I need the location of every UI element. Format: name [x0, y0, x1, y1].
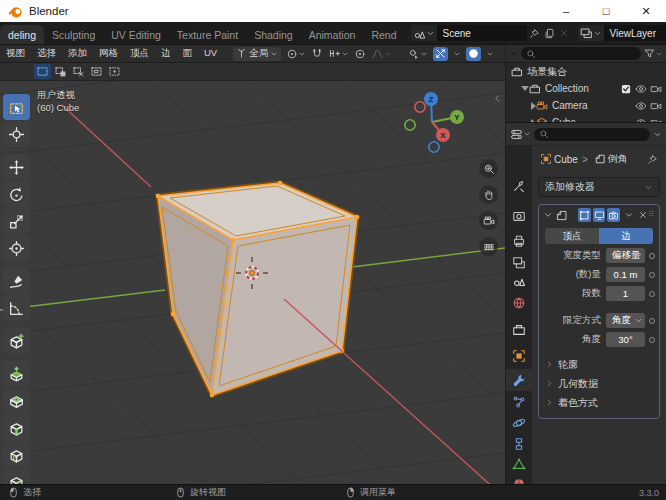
animate-decorator[interactable] [649, 337, 655, 343]
outliner-row-Cube[interactable]: Cube [506, 114, 666, 122]
properties-tab-constraints[interactable] [506, 433, 532, 455]
tool-loop-cut[interactable] [3, 442, 30, 468]
dropdown-限定方式[interactable]: 角度 [606, 313, 645, 328]
workspace-tab-shading[interactable]: Shading [246, 25, 301, 44]
workspace-tab-sculpting[interactable]: Sculpting [44, 25, 103, 44]
orientation-dropdown[interactable]: 全局 [233, 47, 281, 61]
snap-target-dropdown[interactable] [328, 47, 349, 60]
modifier-render-toggle[interactable] [607, 208, 620, 222]
cube-mesh[interactable] [156, 181, 360, 398]
tool-bevel[interactable] [3, 415, 30, 441]
tool-inset-faces[interactable] [3, 388, 30, 414]
number-(数)量[interactable]: 0.1 m [606, 267, 645, 282]
properties-tab-output[interactable] [506, 230, 532, 252]
scene-new-button[interactable] [542, 25, 557, 41]
scene-type-button[interactable] [411, 25, 437, 41]
tool-measure[interactable] [3, 295, 30, 321]
properties-tab-particles[interactable] [506, 391, 532, 413]
filter-funnel-icon[interactable] [644, 48, 655, 59]
breadcrumb-modifier[interactable]: 倒角 [608, 152, 628, 166]
properties-tab-physics[interactable] [506, 412, 532, 434]
number-段数[interactable]: 1 [606, 286, 645, 301]
section-几何数据[interactable]: 几何数据 [539, 374, 659, 393]
chevron-down-icon[interactable] [624, 210, 634, 220]
chevron-down-icon[interactable] [653, 130, 662, 139]
animate-decorator[interactable] [649, 272, 655, 278]
shading-chevron[interactable] [486, 50, 494, 58]
properties-tab-scene[interactable] [506, 270, 532, 292]
scene-unlink-button[interactable] [557, 25, 572, 41]
menu-网格[interactable]: 网格 [93, 47, 124, 60]
chevron-down-icon[interactable] [655, 50, 663, 58]
camera-view-button[interactable] [479, 211, 498, 230]
gizmos-toggle[interactable] [433, 47, 448, 61]
section-着色方式[interactable]: 着色方式 [539, 393, 659, 412]
outliner-row-Camera[interactable]: Camera [506, 97, 666, 114]
minimize-button[interactable]: – [546, 0, 586, 22]
gizmo-x-neg-axis[interactable] [415, 102, 425, 112]
properties-tab-object-data[interactable] [506, 453, 532, 475]
breadcrumb-object[interactable]: Cube [554, 154, 578, 165]
affect-tab-顶点[interactable]: 顶点 [545, 228, 599, 244]
falloff-dropdown[interactable] [371, 47, 392, 60]
workspace-tab-texture-paint[interactable]: Texture Paint [169, 25, 246, 44]
shading-dropdown[interactable] [466, 47, 481, 61]
navigation-gizmo[interactable]: Z Y X [402, 88, 468, 160]
outliner-item-label[interactable]: Camera [552, 100, 588, 111]
workspace-tab-rend[interactable]: Rend [363, 25, 404, 44]
animate-decorator[interactable] [649, 291, 655, 297]
scene-pin-button[interactable] [527, 25, 542, 41]
workspace-tab-animation[interactable]: Animation [301, 25, 364, 44]
snap-toggle[interactable] [311, 48, 323, 60]
tool-scale[interactable] [3, 208, 30, 234]
disclosure-open-icon[interactable] [521, 86, 529, 91]
viewport-canvas[interactable]: 用户透视 (60) Cube Z Y X [0, 81, 505, 485]
select-mode-intersect[interactable] [106, 64, 123, 79]
gizmo-y-neg-axis[interactable] [405, 120, 415, 130]
number-角度[interactable]: 30° [606, 332, 645, 347]
tool-knife[interactable] [3, 469, 30, 485]
tool-cursor[interactable] [3, 121, 30, 147]
ortho-toggle-button[interactable] [479, 237, 498, 256]
drag-handle-icon[interactable]: ⠿ [648, 213, 655, 217]
maximize-button[interactable]: □ [586, 0, 626, 22]
outliner-item-label[interactable]: Collection [545, 83, 589, 94]
overlays-dropdown[interactable] [408, 48, 428, 60]
outliner-row-Collection[interactable]: Collection [506, 80, 666, 97]
properties-search-input[interactable] [534, 128, 650, 141]
tool-rotate[interactable] [3, 181, 30, 207]
select-mode-subtract[interactable] [70, 64, 87, 79]
gizmos-chevron[interactable] [453, 50, 461, 58]
chevron-down-icon[interactable] [509, 49, 518, 58]
outliner-search-input[interactable] [521, 47, 641, 60]
properties-tab-world[interactable] [506, 292, 532, 314]
workspace-tab-deling[interactable]: deling [0, 25, 44, 44]
outliner-item-label[interactable]: 场景集合 [527, 65, 567, 79]
move-view-button[interactable] [479, 185, 498, 204]
zoom-view-button[interactable] [479, 159, 498, 178]
menu-顶点[interactable]: 顶点 [124, 47, 155, 60]
menu-视图[interactable]: 视图 [0, 47, 31, 60]
properties-tab-tool[interactable] [506, 175, 532, 197]
menu-添加[interactable]: 添加 [62, 47, 93, 60]
view-layer-type-button[interactable] [578, 25, 604, 41]
select-mode-extend[interactable] [52, 64, 69, 79]
modifier-realtime-toggle[interactable] [593, 208, 606, 222]
select-mode-invert[interactable] [88, 64, 105, 79]
animate-decorator[interactable] [649, 318, 655, 324]
menu-边[interactable]: 边 [155, 47, 177, 60]
scene-name-field[interactable]: Scene [437, 25, 527, 41]
tool-extrude-region[interactable] [3, 361, 30, 387]
dropdown-宽度类型[interactable]: 偏移量 [606, 248, 645, 263]
menu-UV[interactable]: UV [198, 47, 223, 60]
pin-icon[interactable] [647, 154, 658, 165]
menu-选择[interactable]: 选择 [31, 47, 62, 60]
close-button[interactable]: ✕ [626, 0, 666, 22]
modifier-edit-mode-toggle[interactable] [578, 208, 591, 222]
properties-tab-object[interactable] [506, 345, 532, 367]
tool-annotate[interactable] [3, 268, 30, 294]
sidebar-toggle-arrow[interactable] [493, 89, 502, 107]
tool-add-cube[interactable] [3, 328, 30, 354]
tool-transform[interactable] [3, 235, 30, 261]
chevron-down-icon[interactable] [523, 130, 531, 138]
